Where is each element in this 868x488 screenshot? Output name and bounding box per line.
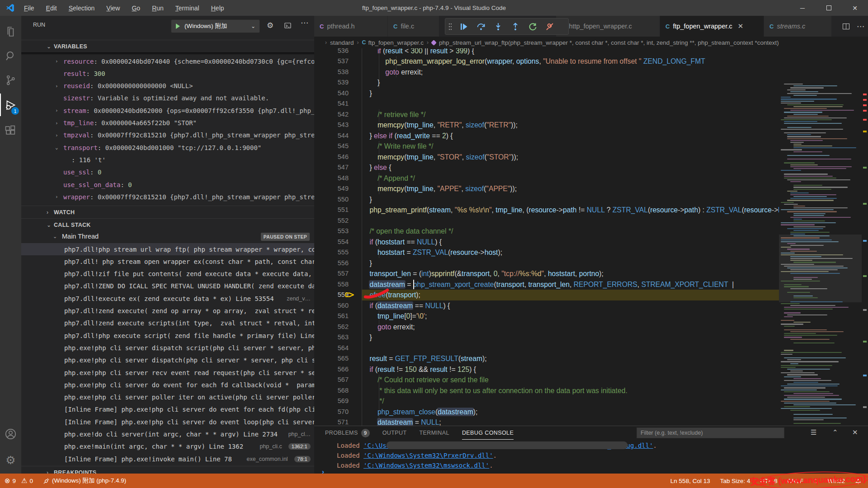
- code-line-560[interactable]: 560 if (datastream == NULL) {: [314, 300, 779, 311]
- variable-row[interactable]: ›wrapper: 0x00007ff92c815210 {php7.dll!_…: [21, 191, 314, 203]
- menu-selection[interactable]: Selection: [63, 5, 101, 12]
- breadcrumb-folder[interactable]: standard: [330, 39, 354, 46]
- stack-frame[interactable]: php.exe!php_cli_server_recv_event_read_r…: [21, 366, 314, 379]
- panel-tab-debug-console[interactable]: DEBUG CONSOLE: [462, 426, 514, 440]
- code-line-536[interactable]: 536 if (result < 300 || result > 399) {: [314, 48, 779, 56]
- code-line-551[interactable]: 551 php_stream_printf(stream, "%s %s\r\n…: [314, 205, 779, 216]
- panel-tab-output[interactable]: OUTPUT: [382, 426, 407, 440]
- close-tab-icon[interactable]: ✕: [738, 22, 744, 30]
- step-into-button[interactable]: [490, 19, 507, 34]
- code-line-557[interactable]: 557 transport_len = (int)spprintf(&trans…: [314, 268, 779, 279]
- stack-frame[interactable]: php.exe!do_cli_server(int argc, char * *…: [21, 428, 314, 441]
- status-tab-size-4[interactable]: Tab Size: 4: [720, 478, 750, 484]
- breadcrumb-symbol[interactable]: php_stream_url_wrap_ftp(php_stream_wrapp…: [439, 39, 779, 46]
- minimap[interactable]: [779, 81, 862, 426]
- console-filter-input[interactable]: Filter (e.g. text, !exclude): [637, 427, 784, 438]
- variable-row[interactable]: : 116 't': [21, 154, 314, 166]
- code-editor[interactable]: 536 if (result < 300 || result > 399) {5…: [314, 48, 868, 426]
- explorer-icon[interactable]: [0, 20, 21, 43]
- code-line-545[interactable]: 545 /* Write new file */: [314, 141, 779, 152]
- restart-button[interactable]: [524, 19, 541, 34]
- console-scrollbar[interactable]: [387, 441, 627, 449]
- menu-run[interactable]: Run: [146, 5, 170, 12]
- code-line-554[interactable]: 554 if (hoststart == NULL) {: [314, 237, 779, 248]
- breadcrumb-file[interactable]: ftp_fopen_wrapper.c: [368, 39, 424, 46]
- code-line-571[interactable]: 571 datastream = NULL;: [314, 417, 779, 426]
- minimize-button[interactable]: ─: [789, 0, 816, 16]
- account-icon[interactable]: [0, 422, 21, 445]
- code-line-566[interactable]: 566 if (result != 150 && result != 125) …: [314, 364, 779, 375]
- watch-section-header[interactable]: › WATCH: [21, 206, 314, 218]
- console-line[interactable]: Loaded 'C:\Windows\System32\mswsock.dll'…: [337, 460, 493, 470]
- code-line-568[interactable]: 568 * this data will only be sent to us …: [314, 385, 779, 396]
- tab-file.c[interactable]: Cfile.c: [388, 16, 439, 37]
- step-out-button[interactable]: [507, 19, 524, 34]
- close-button[interactable]: ✕: [842, 0, 868, 16]
- code-line-549[interactable]: 549 memcpy(tmp_line, "APPE", sizeof("APP…: [314, 183, 779, 194]
- split-editor-icon[interactable]: [843, 23, 849, 29]
- status-utf-8[interactable]: UTF-8: [760, 478, 777, 484]
- close-panel-icon[interactable]: ✕: [852, 428, 858, 436]
- errors-indicator[interactable]: ⊗9: [5, 477, 16, 485]
- variables-section-header[interactable]: ⌄ VARIABLES: [21, 40, 314, 52]
- stack-frame[interactable]: php7.dll!zend_execute_scripts(int type, …: [21, 317, 314, 329]
- code-line-541[interactable]: 541: [314, 99, 779, 109]
- call-stack-section-header[interactable]: ⌄ CALL STACK: [21, 218, 314, 231]
- maximize-panel-icon[interactable]: ⌃: [832, 428, 838, 436]
- status-crlf[interactable]: CRLF: [788, 478, 803, 484]
- code-line-567[interactable]: 567 /* Could not retrieve or send the fi…: [314, 375, 779, 385]
- stack-frame[interactable]: php7.dll!php_execute_script(_zend_file_h…: [21, 329, 314, 342]
- code-line-569[interactable]: 569 */: [314, 396, 779, 407]
- search-icon[interactable]: [0, 44, 21, 67]
- variable-row[interactable]: ›reuseid: 0x0000000000000000 <NULL>: [21, 80, 314, 92]
- tab-pthread.h[interactable]: Cpthread.h: [314, 16, 388, 37]
- stack-frame[interactable]: php7.dll!execute_ex(_zend_execute_data *…: [21, 292, 314, 305]
- step-over-button[interactable]: [472, 19, 490, 34]
- code-line-553[interactable]: 553 /* open the data channel */: [314, 226, 779, 237]
- menu-terminal[interactable]: Terminal: [170, 5, 205, 12]
- file-link[interactable]: 'C:\Windows\System32\PrxerDrv.dll': [363, 452, 493, 459]
- variable-row[interactable]: ⌄transport: 0x00000240bd001000 "tcp://12…: [21, 141, 314, 154]
- debug-session-indicator[interactable]: (Windows) 附加 (php-7.4.9): [43, 477, 126, 485]
- code-line-538[interactable]: 538 goto errexit;: [314, 67, 779, 78]
- variable-row[interactable]: use_ssl: 0: [21, 166, 314, 178]
- start-debug-icon[interactable]: [176, 23, 180, 29]
- status-ln-558-col-13[interactable]: Ln 558, Col 13: [670, 478, 710, 484]
- variable-row[interactable]: ›stream: 0x00000240bd062000 {ops=0x00007…: [21, 104, 314, 117]
- settings-gear-icon[interactable]: ⚙: [0, 449, 21, 471]
- tab-streams.c[interactable]: Cstreams.c: [764, 16, 832, 37]
- variable-row[interactable]: sizestr: Variable is optimized away and …: [21, 92, 314, 104]
- code-line-550[interactable]: 550 }: [314, 194, 779, 205]
- code-line-556[interactable]: 556 }: [314, 258, 779, 269]
- stack-frame[interactable]: php7.dll!zif_file_put_contents(_zend_exe…: [21, 268, 314, 280]
- stack-frame[interactable]: php7.dll!ZEND_DO_ICALL_SPEC_RETVAL_UNUSE…: [21, 280, 314, 292]
- code-line-561[interactable]: 561 tmp_line[0]='\0';: [314, 311, 779, 322]
- stack-frame[interactable]: php.exe!php_cli_server_do_event_for_each…: [21, 379, 314, 391]
- variable-row[interactable]: ›tmpzval: 0x00007ff92c815210 {php7.dll!_…: [21, 129, 314, 141]
- status-win32[interactable]: Win32: [828, 478, 845, 484]
- stack-frame[interactable]: php7.dll!_php_stream_open_wrapper_ex(con…: [21, 255, 314, 267]
- variable-row[interactable]: ›tmp_line: 0x0000004a665f22b0 "STOR": [21, 117, 314, 129]
- code-line-570[interactable]: 570 php_stream_close(datastream);: [314, 407, 779, 418]
- menu-help[interactable]: Help: [205, 5, 230, 12]
- toolbar-drag-handle[interactable]: [445, 19, 455, 34]
- filter-lines-icon[interactable]: ☰: [811, 428, 816, 436]
- code-line-537[interactable]: 537 php_stream_wrapper_log_error(wrapper…: [314, 56, 779, 67]
- panel-tab-terminal[interactable]: TERMINAL: [419, 426, 449, 440]
- stack-frame[interactable]: php.exe!php_cli_server_dispatch(php_cli_…: [21, 354, 314, 366]
- code-line-546[interactable]: 546 memcpy(tmp_line, "STOR", sizeof("STO…: [314, 152, 779, 163]
- source-control-icon[interactable]: [0, 69, 21, 91]
- variable-row[interactable]: result: 300: [21, 67, 314, 80]
- debug-config-dropdown[interactable]: (Windows) 附加 ⌄: [171, 19, 260, 33]
- code-line-563[interactable]: 563 }: [314, 332, 779, 343]
- stack-frame[interactable]: [Inline Frame] php.exe!php_cli_server_do…: [21, 416, 314, 428]
- tab-ftp_fopen_wrapper.c[interactable]: Cftp_fopen_wrapper.c✕: [660, 16, 764, 37]
- breakpoints-section-header[interactable]: › BREAKPOINTS: [21, 466, 314, 474]
- more-actions-icon[interactable]: ⋯: [301, 19, 308, 28]
- extensions-icon[interactable]: [0, 119, 21, 141]
- code-line-547[interactable]: 547 } else {: [314, 162, 779, 173]
- open-debug-console-icon[interactable]: [284, 22, 292, 29]
- code-line-540[interactable]: 540 }: [314, 88, 779, 99]
- stack-frame[interactable]: php7.dll!php_stream_url_wrap_ftp(_php_st…: [21, 243, 314, 255]
- debug-settings-gear-icon[interactable]: ⚙: [267, 21, 274, 30]
